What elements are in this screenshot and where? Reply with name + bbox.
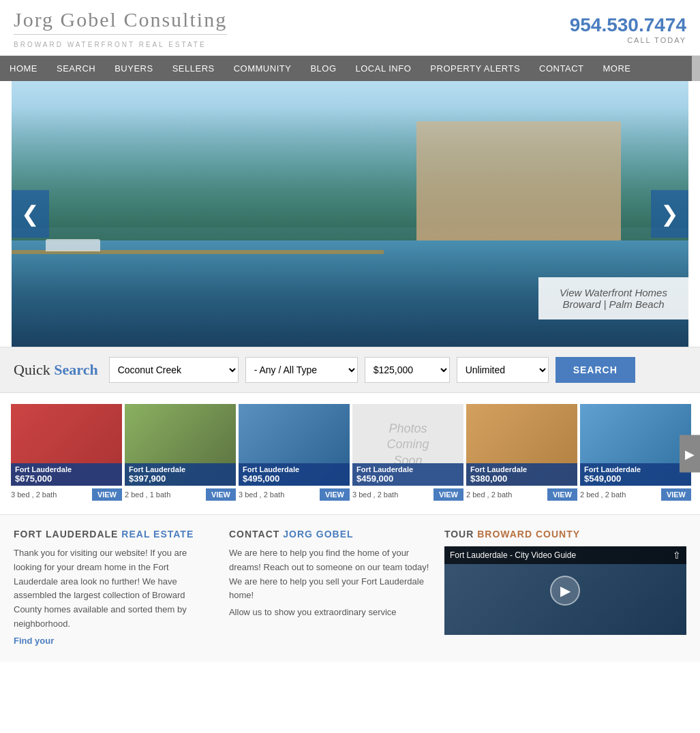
nav-buyers[interactable]: BUYERS (105, 56, 162, 81)
quick-search-label: Quick Search (14, 361, 98, 379)
fl-title-gray: FORT LAUDERDALE (14, 529, 118, 540)
bottom-row: FORT LAUDERDALE REAL ESTATE Thank you fo… (0, 514, 700, 662)
listing-beds: 3 bed , 2 bath (11, 490, 57, 499)
view-button[interactable]: VIEW (92, 488, 122, 501)
listing-image: Photos Coming Soon Fort Lauderdale $459,… (352, 404, 463, 486)
view-button[interactable]: VIEW (547, 488, 577, 501)
listing-badge: Fort Lauderdale $495,000 (239, 463, 350, 486)
listing-badge: Fort Lauderdale $380,000 (466, 463, 577, 486)
fl-section-title: FORT LAUDERDALE REAL ESTATE (14, 529, 215, 540)
listing-price: $459,000 (356, 473, 459, 484)
listing-beds: 2 bed , 1 bath (125, 490, 170, 499)
scrollbar[interactable] (692, 56, 700, 81)
listing-city: Fort Lauderdale (584, 465, 687, 473)
chevron-left-icon: ❮ (21, 201, 40, 227)
listing-card: Fort Lauderdale $675,000 3 bed , 2 bath … (11, 404, 122, 503)
hero-boat (46, 239, 100, 251)
contact-body: We are here to help you find the home of… (229, 546, 431, 603)
view-button[interactable]: VIEW (661, 488, 691, 501)
nav-sellers[interactable]: SELLERS (163, 56, 224, 81)
listing-image: Fort Lauderdale $675,000 (11, 404, 122, 486)
listing-badge: Fort Lauderdale $549,000 (580, 463, 691, 486)
hero-next-button[interactable]: ❯ (651, 190, 688, 238)
nav-community[interactable]: COMMUNITY (224, 56, 301, 81)
location-select[interactable]: Coconut Creek Fort Lauderdale Pompano Be… (109, 357, 239, 383)
listing-info: 2 bed , 2 bath VIEW (466, 486, 577, 503)
find-your-link[interactable]: Find your (14, 636, 54, 646)
main-nav: HOME SEARCH BUYERS SELLERS COMMUNITY BLO… (0, 56, 700, 81)
chevron-right-icon: ❯ (660, 201, 679, 227)
listing-card: Fort Lauderdale $397,900 2 bed , 1 bath … (125, 404, 236, 503)
logo-title: Jorg Gobel Consulting (14, 8, 227, 31)
listing-price: $675,000 (15, 473, 118, 484)
nav-home[interactable]: HOME (0, 56, 47, 81)
hero-overlay-box: View Waterfront Homes Broward | Palm Bea… (538, 277, 688, 319)
nav-propertyalerts[interactable]: PROPERTY ALERTS (421, 56, 530, 81)
listing-info: 3 bed , 2 bath VIEW (352, 486, 463, 503)
listing-badge: Fort Lauderdale $459,000 (352, 463, 463, 486)
view-button[interactable]: VIEW (206, 488, 236, 501)
listing-badge: Fort Lauderdale $675,000 (11, 463, 122, 486)
listing-card: Fort Lauderdale $549,000 2 bed , 2 bath … (580, 404, 691, 503)
contact-title-gray: CONTACT (229, 529, 279, 540)
contact-section-title: CONTACT JORG GOBEL (229, 529, 431, 540)
photos-coming-text: Photos Coming Soon (386, 421, 429, 469)
tour-section-title: TOUR BROWARD COUNTY (444, 529, 686, 540)
hero-overlay-line1: View Waterfront Homes (552, 287, 675, 298)
listing-city: Fort Lauderdale (243, 465, 346, 473)
nav-search[interactable]: SEARCH (47, 56, 105, 81)
listing-card: Photos Coming Soon Fort Lauderdale $459,… (352, 404, 463, 503)
listing-price: $549,000 (584, 473, 687, 484)
listing-beds: 2 bed , 2 bath (466, 490, 512, 499)
listing-image: Fort Lauderdale $549,000 (580, 404, 691, 486)
video-title-text: Fort Lauderdale - City Video Guide (450, 550, 576, 560)
listing-info: 3 bed , 2 bath VIEW (239, 486, 350, 503)
min-price-select[interactable]: $125,000 $150,000 $200,000 $300,000 (365, 357, 450, 383)
listing-beds: 3 bed , 2 bath (239, 490, 284, 499)
listing-beds: 3 bed , 2 bath (352, 490, 398, 499)
video-title-bar: Fort Lauderdale - City Video Guide ⇧ (444, 546, 686, 564)
logo-subtitle: BROWARD WATERFRONT REAL ESTATE (14, 41, 207, 48)
listing-price: $397,900 (129, 473, 232, 484)
contact-title-blue: JORG GOBEL (283, 529, 353, 540)
view-button[interactable]: VIEW (433, 488, 463, 501)
listing-info: 3 bed , 2 bath VIEW (11, 486, 122, 503)
type-select[interactable]: - Any / All Type Single Family Condo Tow… (245, 357, 358, 383)
fort-lauderdale-section: FORT LAUDERDALE REAL ESTATE Thank you fo… (14, 529, 215, 649)
listings-next-button[interactable]: ▶ (680, 435, 700, 473)
listing-badge: Fort Lauderdale $397,900 (125, 463, 236, 486)
hero-buildings (416, 121, 621, 254)
listing-price: $495,000 (243, 473, 346, 484)
phone-number[interactable]: 954.530.7474 (570, 14, 686, 36)
max-price-select[interactable]: Unlimited $500,000 $750,000 $1,000,000 (457, 357, 549, 383)
nav-more[interactable]: MORE (593, 56, 640, 81)
tour-section: TOUR BROWARD COUNTY Fort Lauderdale - Ci… (444, 529, 686, 649)
listing-info: 2 bed , 1 bath VIEW (125, 486, 236, 503)
hero-prev-button[interactable]: ❮ (12, 190, 49, 238)
hero-section: ❮ ❯ View Waterfront Homes Broward | Palm… (12, 81, 688, 347)
contact-body2: Allow us to show you extraordinary servi… (229, 606, 431, 620)
fl-title-blue: REAL ESTATE (121, 529, 194, 540)
listing-beds: 2 bed , 2 bath (580, 490, 626, 499)
listing-image: Fort Lauderdale $495,000 (239, 404, 350, 486)
play-icon: ▶ (560, 582, 570, 599)
contact-section: CONTACT JORG GOBEL We are here to help y… (229, 529, 431, 649)
listing-city: Fort Lauderdale (470, 465, 573, 473)
chevron-right-icon: ▶ (685, 446, 695, 461)
hero-overlay-line2: Broward | Palm Beach (552, 298, 675, 310)
listing-city: Fort Lauderdale (15, 465, 118, 473)
nav-blog[interactable]: BLOG (301, 56, 346, 81)
header: Jorg Gobel Consulting BROWARD WATERFRONT… (0, 0, 700, 56)
nav-localinfo[interactable]: LOCAL INFO (346, 56, 421, 81)
tour-title-brown: BROWARD COUNTY (477, 529, 580, 540)
search-button[interactable]: SEARCH (556, 357, 635, 383)
tour-title-gray: TOUR (444, 529, 474, 540)
listing-info: 2 bed , 2 bath VIEW (580, 486, 691, 503)
fl-section-link: Find your (14, 634, 215, 649)
listing-card: Fort Lauderdale $495,000 3 bed , 2 bath … (239, 404, 350, 503)
listing-card: Fort Lauderdale $380,000 2 bed , 2 bath … (466, 404, 577, 503)
listing-price: $380,000 (470, 473, 573, 484)
nav-contact[interactable]: CONTACT (530, 56, 593, 81)
view-button[interactable]: VIEW (320, 488, 350, 501)
share-icon[interactable]: ⇧ (673, 550, 681, 561)
